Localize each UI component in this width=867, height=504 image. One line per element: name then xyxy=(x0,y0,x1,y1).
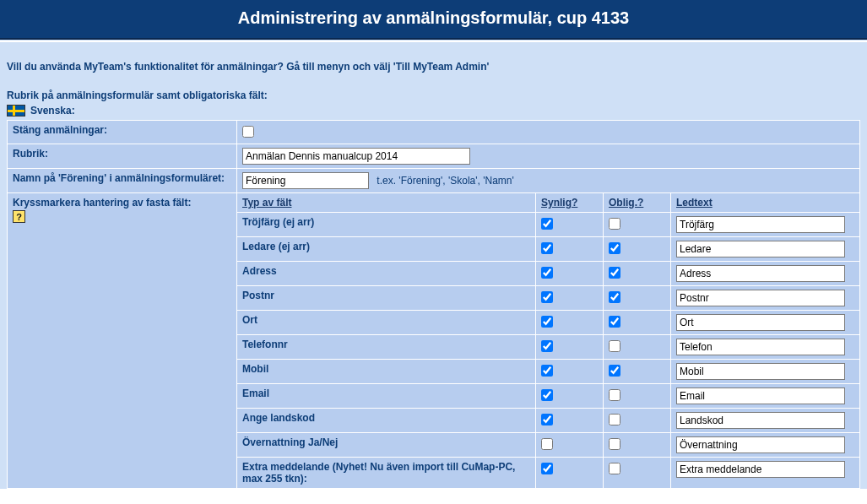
form-table: Stäng anmälningar: Rubrik: Namn på 'Före… xyxy=(7,120,860,489)
oblig-checkbox[interactable] xyxy=(609,242,620,254)
ledtext-input[interactable] xyxy=(676,387,845,404)
field-type-label: Postnr xyxy=(242,290,274,301)
assoc-hint: t.ex. 'Förening', 'Skola', 'Namn' xyxy=(377,175,513,187)
field-type-label: Email xyxy=(242,387,269,399)
ledtext-input[interactable] xyxy=(676,216,845,233)
ledtext-input[interactable] xyxy=(676,461,845,478)
content-area: Vill du använda MyTeam's funktionalitet … xyxy=(0,42,867,489)
ledtext-input[interactable] xyxy=(676,339,845,355)
header-oblig-link[interactable]: Oblig.? xyxy=(609,197,643,209)
label-close-reg: Stäng anmälningar: xyxy=(8,121,237,144)
oblig-checkbox[interactable] xyxy=(609,316,620,328)
section-heading: Rubrik på anmälningsformulär samt obliga… xyxy=(7,88,860,105)
oblig-checkbox[interactable] xyxy=(609,291,620,303)
oblig-checkbox[interactable] xyxy=(609,340,620,352)
header-type-link[interactable]: Typ av fält xyxy=(242,197,291,209)
page-title: Administrering av anmälningsformulär, cu… xyxy=(0,0,867,40)
ledtext-input[interactable] xyxy=(676,314,845,331)
visible-checkbox[interactable] xyxy=(541,316,553,328)
fixed-fields-label-text: Kryssmarkera hantering av fasta fält: xyxy=(13,197,231,209)
visible-checkbox[interactable] xyxy=(541,438,553,450)
header-visible-link[interactable]: Synlig? xyxy=(541,197,577,209)
field-type-label: Telefonnr xyxy=(242,339,288,350)
oblig-checkbox[interactable] xyxy=(609,365,620,377)
visible-checkbox[interactable] xyxy=(541,291,553,303)
label-assoc-name: Namn på 'Förening' i anmälningsformuläre… xyxy=(8,169,237,193)
visible-checkbox[interactable] xyxy=(541,267,553,279)
field-type-label: Ange landskod xyxy=(242,412,315,424)
header-ledtext-link[interactable]: Ledtext xyxy=(676,197,713,209)
row-fixed-fields-header: Kryssmarkera hantering av fasta fält:?Ty… xyxy=(8,193,860,213)
visible-checkbox[interactable] xyxy=(541,242,553,254)
label-rubrik: Rubrik: xyxy=(8,144,237,169)
assoc-name-input[interactable] xyxy=(242,172,369,189)
ledtext-input[interactable] xyxy=(676,290,845,306)
language-label: Svenska: xyxy=(30,105,75,117)
field-type-label: Adress xyxy=(242,265,277,277)
intro-text: Vill du använda MyTeam's funktionalitet … xyxy=(7,49,860,88)
help-icon[interactable]: ? xyxy=(13,210,25,223)
row-close-registrations: Stäng anmälningar: xyxy=(8,121,860,144)
visible-checkbox[interactable] xyxy=(541,340,553,352)
language-row: Svenska: xyxy=(7,105,860,120)
visible-checkbox[interactable] xyxy=(541,218,553,230)
visible-checkbox[interactable] xyxy=(541,365,553,377)
field-type-label: Övernattning Ja/Nej xyxy=(242,436,338,448)
flag-se-icon xyxy=(7,105,25,117)
field-type-label: Ledare (ej arr) xyxy=(242,241,310,252)
oblig-checkbox[interactable] xyxy=(609,267,620,279)
oblig-checkbox[interactable] xyxy=(609,218,620,230)
field-type-label: Mobil xyxy=(242,363,268,375)
ledtext-input[interactable] xyxy=(676,241,845,257)
oblig-checkbox[interactable] xyxy=(609,389,620,401)
close-reg-checkbox[interactable] xyxy=(242,126,254,138)
oblig-checkbox[interactable] xyxy=(609,463,620,474)
field-type-label: Extra meddelande (Nyhet! Nu även import … xyxy=(242,461,515,485)
label-fixed-fields: Kryssmarkera hantering av fasta fält:? xyxy=(8,193,237,489)
field-type-label: Ort xyxy=(242,314,257,326)
rubrik-input[interactable] xyxy=(242,148,470,165)
ledtext-input[interactable] xyxy=(676,363,845,380)
field-type-label: Tröjfärg (ej arr) xyxy=(242,216,314,228)
visible-checkbox[interactable] xyxy=(541,463,553,474)
row-rubrik: Rubrik: xyxy=(8,144,860,169)
ledtext-input[interactable] xyxy=(676,265,845,282)
ledtext-input[interactable] xyxy=(676,412,845,429)
ledtext-input[interactable] xyxy=(676,436,845,453)
row-association-name: Namn på 'Förening' i anmälningsformuläre… xyxy=(8,169,860,193)
visible-checkbox[interactable] xyxy=(541,414,553,425)
oblig-checkbox[interactable] xyxy=(609,414,620,425)
oblig-checkbox[interactable] xyxy=(609,438,620,450)
visible-checkbox[interactable] xyxy=(541,389,553,401)
